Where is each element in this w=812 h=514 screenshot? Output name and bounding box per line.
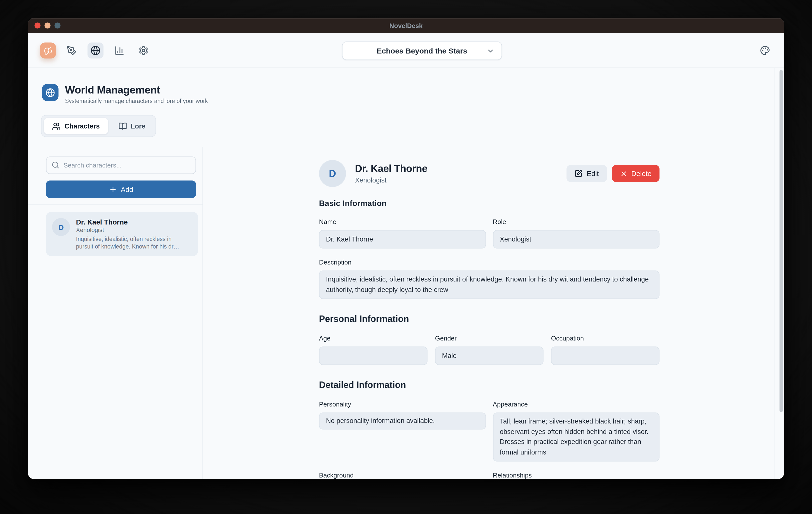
minimize-window-button[interactable] — [45, 23, 51, 29]
detail-title-block: Dr. Kael Thorne Xenologist — [355, 163, 567, 184]
pen-tool-icon — [66, 46, 77, 56]
name-field — [319, 230, 486, 249]
palette-icon — [760, 46, 770, 56]
scrollbar-track-border — [775, 68, 775, 479]
nav-settings-button[interactable] — [136, 42, 151, 58]
app-logo-button[interactable] — [40, 42, 56, 58]
search-input[interactable] — [46, 156, 196, 174]
appearance-label: Appearance — [493, 400, 660, 408]
desktop-backdrop: NovelDesk — [0, 0, 812, 514]
relationships-label: Relationships — [493, 472, 660, 479]
character-avatar: D — [52, 218, 70, 236]
edit-button-label: Edit — [587, 170, 599, 177]
detail-actions: Edit Delete — [567, 165, 660, 182]
personality-label: Personality — [319, 400, 486, 408]
description-field: Inquisitive, idealistic, often reckless … — [319, 270, 660, 299]
role-label: Role — [493, 218, 660, 226]
character-card-role: Xenologist — [76, 227, 190, 233]
detailed-info-heading: Detailed Information — [319, 380, 660, 391]
close-window-button[interactable] — [34, 23, 40, 29]
chevron-down-icon — [487, 47, 494, 55]
character-card-text: Dr. Kael Thorne Xenologist Inquisitive, … — [76, 218, 190, 250]
zoom-window-button[interactable] — [55, 23, 60, 29]
tab-lore[interactable]: Lore — [110, 117, 153, 135]
character-card-name: Dr. Kael Thorne — [76, 218, 190, 226]
character-search — [46, 156, 196, 174]
x-icon — [620, 170, 627, 177]
tab-lore-label: Lore — [131, 122, 145, 130]
world-badge — [42, 84, 58, 101]
detail-header: D Dr. Kael Thorne Xenologist Edit — [319, 160, 660, 187]
users-icon — [52, 122, 60, 130]
window-title: NovelDesk — [28, 18, 784, 33]
book-open-icon — [118, 122, 127, 130]
occupation-label: Occupation — [551, 335, 660, 342]
plus-icon — [109, 185, 117, 193]
detail-avatar: D — [319, 160, 346, 187]
age-field — [319, 346, 428, 365]
character-avatar-initial: D — [58, 223, 64, 231]
search-icon — [52, 161, 59, 169]
sidebar-section-divider — [28, 204, 203, 205]
page-subtitle: Systematically manage characters and lor… — [65, 98, 208, 104]
personal-info-heading: Personal Information — [319, 314, 660, 324]
window-controls — [34, 23, 60, 29]
detail-avatar-initial: D — [329, 168, 336, 179]
sidebar-divider — [203, 147, 203, 479]
gender-field — [435, 346, 544, 365]
age-label: Age — [319, 335, 428, 342]
edit-pen-icon — [575, 170, 583, 177]
nav-writing-button[interactable] — [63, 42, 80, 58]
delete-button[interactable]: Delete — [612, 165, 660, 182]
gender-label: Gender — [435, 335, 544, 342]
edit-button[interactable]: Edit — [567, 165, 607, 182]
theme-button[interactable] — [757, 42, 773, 58]
delete-button-label: Delete — [631, 170, 651, 177]
background-label: Background — [319, 472, 486, 479]
scrollbar-thumb[interactable] — [780, 70, 783, 412]
app-window: NovelDesk — [28, 18, 784, 479]
appearance-field: Tall, lean frame; silver-streaked black … — [493, 412, 660, 461]
scribble-logo-icon — [42, 45, 54, 57]
page-header: World Management Systematically manage c… — [42, 84, 208, 104]
nav-stats-button[interactable] — [112, 42, 127, 58]
description-label: Description — [319, 258, 660, 266]
character-list-item[interactable]: D Dr. Kael Thorne Xenologist Inquisitive… — [46, 212, 198, 256]
basic-info-heading: Basic Information — [319, 199, 660, 208]
nav-world-button[interactable] — [87, 42, 104, 58]
occupation-field — [551, 346, 660, 365]
titlebar: NovelDesk — [28, 18, 784, 33]
detail-character-role: Xenologist — [355, 176, 567, 184]
gear-icon — [139, 46, 148, 56]
tab-characters-label: Characters — [64, 122, 100, 130]
project-name: Echoes Beyond the Stars — [377, 47, 467, 55]
content-area: World Management Systematically manage c… — [28, 68, 784, 479]
app-toolbar: Echoes Beyond the Stars — [28, 33, 784, 68]
tabs: Characters Lore — [41, 115, 156, 137]
character-detail-panel: D Dr. Kael Thorne Xenologist Edit — [319, 147, 660, 479]
personality-field: No personality information available. — [319, 412, 486, 429]
tab-characters[interactable]: Characters — [44, 117, 108, 135]
character-card-summary: Inquisitive, idealistic, often reckless … — [76, 235, 190, 251]
project-selector[interactable]: Echoes Beyond the Stars — [342, 41, 502, 60]
bar-chart-icon — [115, 46, 124, 56]
add-button-label: Add — [121, 185, 133, 193]
detail-character-name: Dr. Kael Thorne — [355, 163, 567, 174]
name-label: Name — [319, 218, 486, 226]
globe-badge-icon — [46, 88, 55, 97]
role-field — [493, 230, 660, 249]
globe-icon — [90, 46, 100, 56]
add-character-button[interactable]: Add — [46, 180, 196, 198]
page-title: World Management — [65, 84, 208, 96]
